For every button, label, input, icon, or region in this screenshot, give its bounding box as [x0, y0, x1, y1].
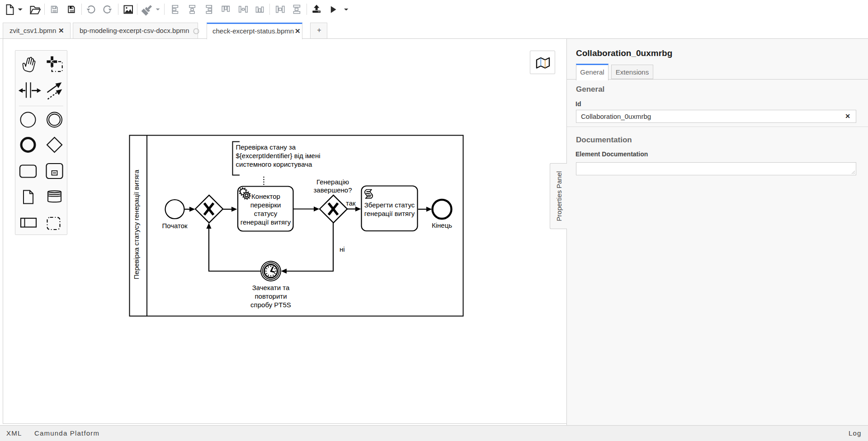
svg-text:повторити: повторити [255, 292, 287, 300]
svg-text:системного користувача: системного користувача [236, 160, 312, 168]
svg-text:так: так [346, 199, 356, 207]
svg-text:Генерацію: Генерацію [316, 178, 349, 186]
svg-text:спробу PT5S: спробу PT5S [250, 301, 291, 309]
svg-text:Кінець: Кінець [432, 221, 452, 229]
svg-text:ні: ні [340, 245, 345, 253]
svg-text:Зберегти статус: Зберегти статус [364, 201, 415, 209]
svg-text:Конектор: Конектор [251, 192, 280, 200]
svg-text:Початок: Початок [162, 222, 188, 230]
svg-text:Перевірка стану за: Перевірка стану за [236, 143, 296, 151]
svg-text:перевірки: перевірки [250, 201, 281, 209]
svg-text:генерації витягу: генерації витягу [241, 218, 291, 226]
svg-text:Перевірка статусу генерації ви: Перевірка статусу генерації витяга [132, 169, 140, 279]
svg-text:статусу: статусу [254, 210, 278, 217]
svg-text:генерації витягу: генерації витягу [364, 210, 415, 217]
svg-text:завершено?: завершено? [313, 186, 352, 194]
svg-text:Зачекати та: Зачекати та [252, 284, 290, 291]
svg-text:${excerptIdentifier} від імені: ${excerptIdentifier} від імені [236, 152, 321, 160]
